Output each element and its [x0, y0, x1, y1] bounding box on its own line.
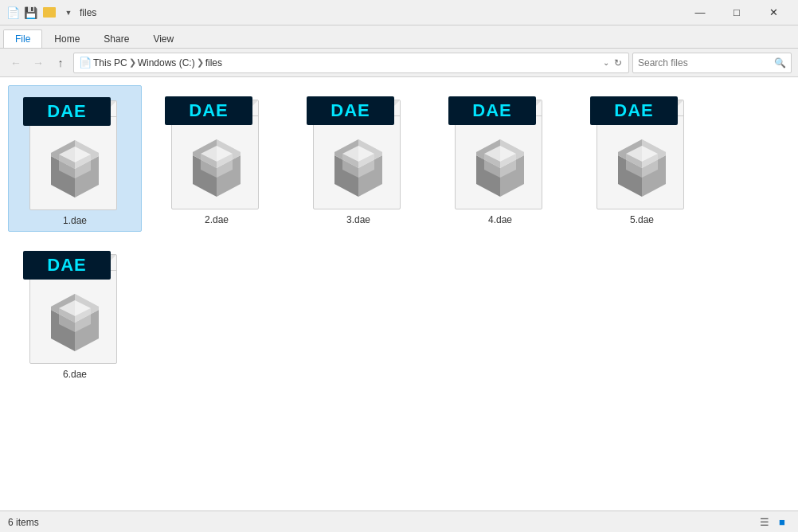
save-icon[interactable]: 💾: [24, 6, 37, 19]
file-name: 3.dae: [346, 214, 370, 225]
quick-access-icon[interactable]: 📄: [6, 6, 19, 19]
search-box[interactable]: 🔍: [632, 53, 792, 73]
dae-icon: DAE: [590, 90, 694, 209]
dae-label: DAE: [307, 96, 394, 125]
file-item[interactable]: DAE: [433, 85, 567, 232]
search-icon: 🔍: [774, 57, 786, 68]
tab-view[interactable]: View: [141, 29, 186, 48]
breadcrumb: 📄 This PC ❯ Windows (C:) ❯ files: [79, 57, 600, 68]
status-bar: 6 items ☰ ■: [0, 510, 798, 532]
file-grid: DAE: [0, 77, 798, 510]
dae-label: DAE: [590, 96, 678, 125]
dae-label: DAE: [448, 96, 536, 125]
refresh-button[interactable]: ↻: [612, 56, 624, 70]
forward-button[interactable]: →: [29, 53, 48, 72]
file-item[interactable]: DAE: [575, 85, 709, 232]
dae-icon: DAE: [23, 91, 127, 210]
file-item[interactable]: DAE: [8, 85, 142, 232]
window-title: files: [80, 7, 682, 18]
view-controls: ☰ ■: [757, 514, 790, 530]
breadcrumb-files[interactable]: files: [205, 57, 222, 68]
dropdown-arrow-icon[interactable]: ▼: [62, 6, 75, 19]
address-chevron-icon[interactable]: ⌄: [603, 58, 609, 67]
breadcrumb-thispc[interactable]: This PC: [93, 57, 127, 68]
dae-text: DAE: [47, 255, 86, 276]
content-area: DAE: [0, 77, 798, 510]
large-icons-view-button[interactable]: ■: [774, 514, 790, 530]
dae-icon: DAE: [165, 90, 268, 209]
dae-text: DAE: [189, 100, 228, 121]
3d-cube: [182, 130, 252, 200]
dae-label: DAE: [23, 251, 111, 280]
dae-text: DAE: [331, 100, 370, 121]
title-bar-icons: 📄 💾 ▼: [6, 6, 75, 19]
file-name: 4.dae: [488, 214, 512, 225]
title-bar: 📄 💾 ▼ files — □ ✕: [0, 0, 798, 25]
toolbar: ← → ↑ 📄 This PC ❯ Windows (C:) ❯ files ⌄…: [0, 49, 798, 77]
3d-cube: [40, 284, 110, 354]
folder-icon: [43, 7, 56, 18]
dae-text: DAE: [472, 100, 511, 121]
minimize-button[interactable]: —: [682, 0, 718, 25]
up-button[interactable]: ↑: [51, 53, 70, 72]
search-input[interactable]: [638, 57, 771, 68]
file-name: 5.dae: [630, 214, 654, 225]
dae-text: DAE: [47, 101, 86, 122]
file-name: 2.dae: [205, 214, 229, 225]
file-name: 1.dae: [63, 215, 87, 226]
file-item[interactable]: DAE: [291, 85, 425, 232]
ribbon-tabs: File Home Share View: [0, 25, 798, 48]
3d-cube: [607, 130, 677, 200]
dae-text: DAE: [614, 100, 653, 121]
tab-file[interactable]: File: [3, 29, 42, 48]
file-name: 6.dae: [63, 369, 87, 380]
dae-icon: DAE: [307, 90, 410, 209]
dae-label: DAE: [23, 97, 111, 126]
address-bar[interactable]: 📄 This PC ❯ Windows (C:) ❯ files ⌄ ↻: [73, 53, 629, 73]
maximize-button[interactable]: □: [718, 0, 755, 25]
3d-cube: [465, 130, 535, 200]
ribbon: File Home Share View: [0, 25, 798, 49]
3d-cube: [40, 131, 110, 201]
3d-cube: [323, 130, 393, 200]
back-button[interactable]: ←: [6, 53, 25, 72]
file-item[interactable]: DAE: [150, 85, 284, 232]
close-button[interactable]: ✕: [755, 0, 792, 25]
window-controls: — □ ✕: [682, 0, 792, 25]
dae-icon: DAE: [448, 90, 552, 209]
details-view-button[interactable]: ☰: [757, 514, 773, 530]
file-item[interactable]: DAE: [8, 240, 142, 385]
breadcrumb-windows[interactable]: Windows (C:): [138, 57, 195, 68]
tab-share[interactable]: Share: [92, 29, 141, 48]
dae-icon: DAE: [23, 244, 127, 364]
item-count: 6 items: [8, 517, 39, 528]
tab-home[interactable]: Home: [42, 29, 92, 48]
dae-label: DAE: [165, 96, 252, 125]
